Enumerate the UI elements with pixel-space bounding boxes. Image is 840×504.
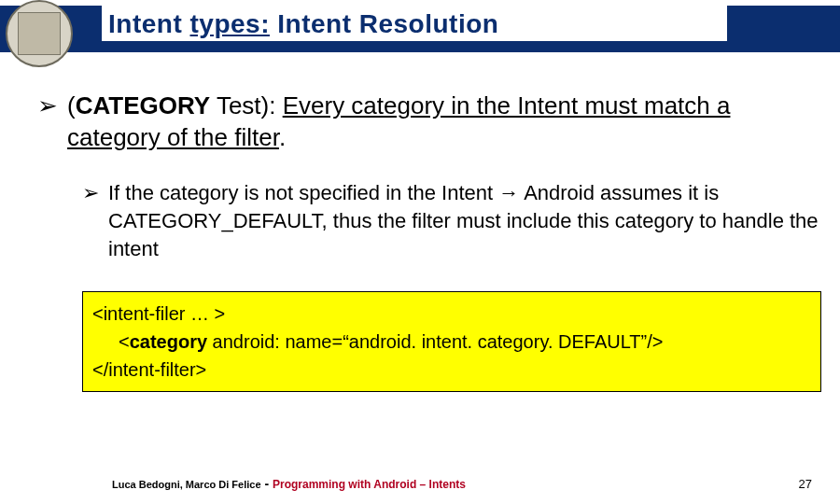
bullet-2-text: If the category is not specified in the … [108,179,821,263]
code-open: < [119,331,130,352]
content-area: ➢ (CATEGORY Test): Every category in the… [37,90,821,392]
university-seal [6,0,73,67]
bullet-marker-icon: ➢ [37,90,58,121]
code-block: <intent-filer … > <category android: nam… [82,291,821,392]
title-part-2: types: [190,9,270,38]
footer-left: Luca Bedogni, Marco Di Felice - Programm… [112,476,466,491]
page-number: 27 [799,477,812,491]
bullet-1-text: (CATEGORY Test): Every category in the I… [67,90,821,153]
title-part-1: Intent [108,9,190,38]
footer: Luca Bedogni, Marco Di Felice - Programm… [112,476,812,491]
bullet-marker-icon: ➢ [82,179,99,207]
code-line-1: <intent-filer … > [92,300,811,328]
b2-pre: If the category is not specified in the … [108,181,498,204]
title-part-3: Intent Resolution [270,9,498,38]
code-tag-category: category [130,331,207,352]
arrow-icon: → [498,181,519,204]
paren-open: ( [67,91,76,119]
test-rest: Test): [210,91,283,119]
period: . [279,123,286,151]
slide-title: Intent types: Intent Resolution [108,9,498,39]
footer-dash: - [261,476,273,491]
category-strong: CATEGORY [76,91,210,119]
footer-course: Programming with Android – Intents [273,478,466,491]
code-line-3: </intent-filter> [92,356,811,384]
footer-authors: Luca Bedogni, Marco Di Felice [112,479,261,490]
code-line-2: <category android: name=“android. intent… [92,328,811,356]
bullet-default-category: ➢ If the category is not specified in th… [82,179,821,263]
seal-graphic [18,12,61,55]
bullet-category-test: ➢ (CATEGORY Test): Every category in the… [37,90,821,153]
code-attrs: android: name=“android. intent. category… [207,331,663,352]
